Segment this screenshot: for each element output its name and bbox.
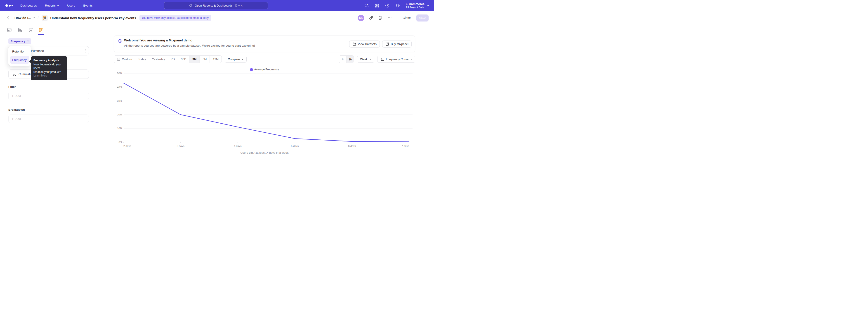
add-breakdown-button[interactable]: + Add	[8, 115, 89, 123]
line-chart-canvas[interactable]: 0%10%20%30%40%50%2 days3 days4 days5 day…	[114, 72, 415, 149]
legend-swatch	[250, 68, 253, 71]
plus-icon: +	[11, 117, 13, 121]
learn-more-link[interactable]: Learn More	[33, 74, 47, 77]
report-title: Understand how frequently users perform …	[50, 16, 136, 20]
global-search-input[interactable]: Open Reports & Dashboards ⌘ + K	[164, 2, 268, 9]
close-button[interactable]: Close	[402, 15, 412, 21]
banner-description: All the reports you see are powered by a…	[124, 44, 255, 47]
breadcrumb-separator: /	[38, 16, 39, 20]
menu-option-retention[interactable]: Retention	[10, 48, 29, 55]
search-icon	[189, 4, 193, 7]
view-datasets-button[interactable]: View Datasets	[349, 40, 380, 48]
range-custom[interactable]: Custom	[114, 56, 135, 63]
top-nav: Dashboards Reports Users Events Open Rep…	[0, 0, 434, 11]
more-options-icon[interactable]	[388, 16, 392, 20]
project-switcher[interactable]: E-Commerce All Project Data	[406, 2, 429, 9]
duplicate-icon[interactable]	[378, 16, 383, 20]
active-tab-indicator	[38, 34, 44, 35]
analysis-type-dropdown[interactable]: Frequency	[8, 38, 31, 44]
main-content: Welcome! You are viewing a Mixpanel demo…	[95, 25, 434, 159]
tooltip-title: Frequency Analysis	[33, 59, 65, 62]
calendar-icon	[117, 57, 120, 61]
range-3m[interactable]: 3M	[189, 56, 199, 63]
chevron-down-icon	[33, 17, 35, 19]
add-filter-button[interactable]: + Add	[8, 92, 89, 100]
nav-reports[interactable]: Reports	[45, 4, 59, 7]
mixpanel-app: Dashboards Reports Users Events Open Rep…	[0, 0, 434, 159]
tooltip-desc-line2: return to your product?	[33, 70, 65, 74]
settings-gear-icon[interactable]	[395, 3, 400, 8]
event-options-icon[interactable]	[85, 49, 86, 53]
range-6m[interactable]: 6M	[199, 56, 210, 63]
project-name: E-Commerce	[406, 2, 425, 6]
avatar[interactable]: KK	[358, 15, 364, 21]
external-link-icon	[385, 42, 389, 46]
chart-toolbar: Custom Today Yesterday 7D 30D 3M 6M 12M …	[114, 55, 415, 63]
demo-banner: Welcome! You are viewing a Mixpanel demo…	[114, 35, 415, 52]
range-today[interactable]: Today	[135, 56, 149, 63]
chevron-down-icon	[242, 58, 243, 60]
divider	[397, 15, 397, 21]
measurement-icon	[12, 72, 17, 76]
query-sidebar: Frequency Purchase Cumulative Frequency …	[0, 25, 95, 159]
svg-text:30%: 30%	[117, 99, 122, 102]
plus-icon: +	[11, 94, 13, 98]
compare-dropdown[interactable]: Compare	[225, 56, 247, 63]
nav-users[interactable]: Users	[67, 4, 75, 7]
chevron-down-icon	[410, 58, 412, 60]
interval-dropdown[interactable]: Week	[357, 56, 374, 63]
event-label: Purchase	[31, 49, 44, 53]
analysis-type-menu: Retention Frequency	[8, 46, 31, 66]
save-button[interactable]: Save	[416, 15, 429, 22]
range-yesterday[interactable]: Yesterday	[149, 56, 168, 63]
svg-text:50%: 50%	[117, 72, 122, 75]
legend-label: Average Frequency	[254, 68, 279, 71]
help-icon[interactable]: ?	[385, 3, 390, 8]
frequency-chart: Average Frequency 0%10%20%30%40%50%2 day…	[114, 67, 415, 154]
range-7d[interactable]: 7D	[168, 56, 178, 63]
svg-text:40%: 40%	[117, 86, 122, 88]
nav-events[interactable]: Events	[83, 4, 92, 7]
chevron-down-icon	[27, 40, 29, 42]
breadcrumb[interactable]: How do I...	[14, 16, 35, 20]
report-header: How do I... / Understand how frequently …	[0, 11, 434, 25]
copy-link-icon[interactable]	[369, 16, 373, 20]
filter-heading: Filter	[8, 85, 16, 88]
data-management-icon[interactable]	[364, 3, 369, 8]
chart-legend[interactable]: Average Frequency	[114, 67, 415, 72]
absolute-numbers-toggle[interactable]: #	[339, 56, 346, 63]
frequency-curve-icon	[380, 57, 384, 61]
report-type-tabs	[0, 25, 95, 35]
range-12m[interactable]: 12M	[210, 56, 221, 63]
folder-icon	[352, 42, 356, 46]
banner-title: Welcome! You are viewing a Mixpanel demo	[124, 38, 192, 42]
svg-text:3 days: 3 days	[177, 145, 184, 147]
chart-type-dropdown[interactable]: Frequency Curve	[377, 56, 415, 63]
svg-text:4 days: 4 days	[234, 145, 242, 147]
menu-option-frequency[interactable]: Frequency	[10, 56, 29, 64]
view-only-badge[interactable]: You have view only access. Duplicate to …	[140, 15, 212, 21]
percent-toggle[interactable]: %	[346, 56, 354, 63]
info-icon	[118, 39, 122, 43]
tab-flows[interactable]	[28, 28, 33, 32]
chevron-down-icon	[427, 5, 429, 6]
svg-text:10%: 10%	[117, 127, 122, 130]
chevron-down-icon	[369, 58, 371, 60]
nav-dashboards[interactable]: Dashboards	[20, 4, 37, 7]
tab-insights[interactable]	[7, 28, 12, 32]
date-range-segment: Custom Today Yesterday 7D 30D 3M 6M 12M	[114, 55, 222, 63]
svg-text:2 days: 2 days	[123, 145, 131, 147]
range-30d[interactable]: 30D	[178, 56, 189, 63]
buy-mixpanel-button[interactable]: Buy Mixpanel	[382, 40, 412, 48]
svg-text:20%: 20%	[117, 113, 122, 116]
search-shortcut: ⌘ + K	[235, 4, 242, 7]
chevron-down-icon	[57, 5, 59, 6]
tab-retention[interactable]	[39, 28, 43, 32]
mixpanel-logo[interactable]	[5, 4, 13, 7]
svg-text:?: ?	[386, 4, 388, 7]
tab-funnels[interactable]	[18, 28, 22, 32]
svg-text:7 days: 7 days	[401, 145, 409, 147]
back-arrow-icon[interactable]	[6, 16, 11, 20]
apps-grid-icon[interactable]	[375, 3, 379, 8]
svg-text:5 days: 5 days	[291, 145, 299, 147]
